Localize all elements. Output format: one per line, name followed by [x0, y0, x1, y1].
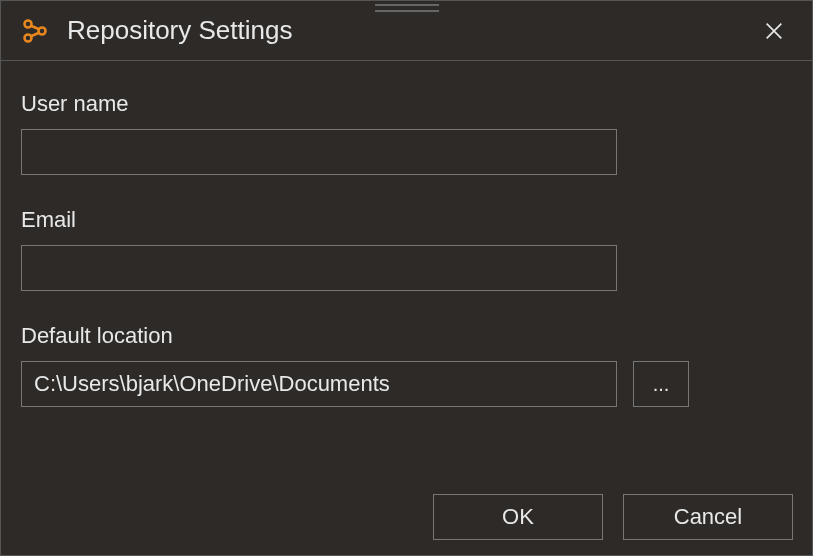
browse-button[interactable]: ...: [633, 361, 689, 407]
repository-icon: [21, 17, 49, 45]
username-input[interactable]: [21, 129, 617, 175]
window-grip[interactable]: [375, 3, 439, 13]
default-location-label: Default location: [21, 323, 792, 349]
username-label: User name: [21, 91, 792, 117]
username-group: User name: [21, 91, 792, 175]
default-location-group: Default location ...: [21, 323, 792, 407]
dialog-content: User name Email Default location ...: [1, 61, 812, 459]
email-group: Email: [21, 207, 792, 291]
default-location-row: ...: [21, 361, 792, 407]
svg-point-0: [25, 20, 32, 27]
email-label: Email: [21, 207, 792, 233]
titlebar: Repository Settings: [1, 1, 812, 61]
dialog-footer: OK Cancel: [433, 494, 793, 540]
svg-point-2: [39, 27, 46, 34]
svg-point-1: [25, 34, 32, 41]
default-location-input[interactable]: [21, 361, 617, 407]
close-button[interactable]: [756, 13, 792, 49]
cancel-button[interactable]: Cancel: [623, 494, 793, 540]
dialog-title: Repository Settings: [67, 15, 756, 46]
close-icon: [763, 20, 785, 42]
email-input[interactable]: [21, 245, 617, 291]
ok-button[interactable]: OK: [433, 494, 603, 540]
